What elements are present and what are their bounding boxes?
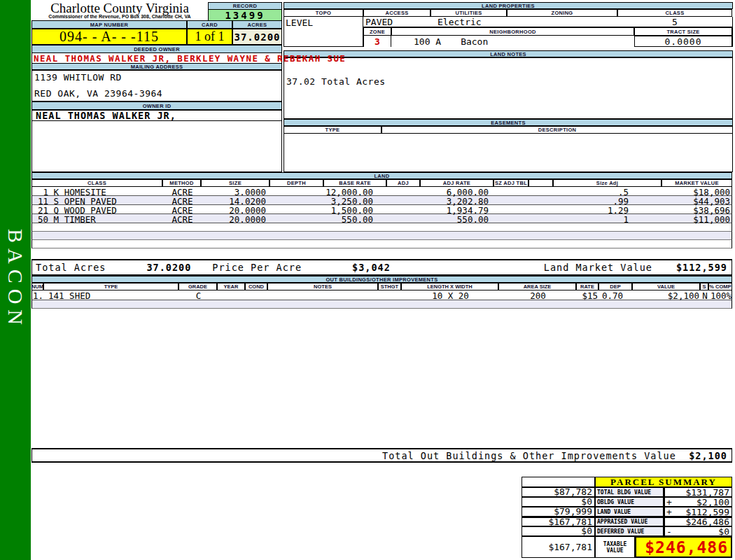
commissioner-line: Commissioner of the Revenue, PO Box 308,… — [31, 14, 208, 19]
outb-col-dep: DEP — [598, 283, 632, 290]
out-buildings-section: OUT BUILDINGS/OTHER IMPROVEMENTS NUM TYP… — [31, 276, 732, 309]
parcel-summary-row: $167,781 APPRAISED VALUE $246,486 — [522, 517, 732, 526]
out-buildings-total-label: Total Out Buildings & Other Improvements… — [382, 450, 676, 461]
land-col-size-adj: Size Adj — [553, 179, 662, 187]
summary-value: $0 — [673, 526, 732, 537]
map-number-block: MAP NUMBER CARD ACRES 094- - A- - -115 1… — [31, 20, 282, 45]
land-col-adj: ADJ — [386, 179, 420, 187]
outb-col-notes: NOTES — [267, 283, 378, 290]
price-per-acre-label: Price Per Acre — [212, 262, 302, 273]
zone-value: 3 — [363, 36, 391, 47]
land-totals-row: Total Acres 37.0200 Price Per Acre $3,04… — [31, 259, 732, 276]
topo-label: TOPO — [284, 9, 363, 17]
taxable-value-label: TAXABLE VALUE — [595, 536, 635, 558]
summary-operator: + — [665, 497, 673, 507]
acres-label: ACRES — [232, 20, 282, 29]
land-table-row: 1 K HOMESITE ACRE 3.0000 12,000.00 6,000… — [31, 187, 732, 196]
prior-value: $79,999 — [522, 507, 595, 517]
outb-col-s: S — [700, 283, 708, 290]
parcel-summary-row: $0 OBLDG VALUE + $2,100 — [522, 497, 732, 507]
owner-id-label: OWNER ID — [31, 102, 282, 110]
parcel-summary-title: PARCEL SUMMARY — [595, 477, 732, 487]
record-label: RECORD — [209, 3, 281, 10]
summary-label: LAND VALUE — [595, 507, 664, 517]
deeded-owner-value: NEAL THOMAS WALKER JR, BERKLEY WAYNE & R… — [31, 53, 282, 63]
parcel-summary-row: $79,999 LAND VALUE + $112,599 — [522, 507, 732, 517]
address-line2: RED OAK, VA 23964-3964 — [34, 88, 280, 99]
outb-col-rate: RATE — [576, 283, 598, 290]
land-table-empty-row — [31, 240, 732, 248]
outb-col-sthgt: STHGT — [378, 283, 401, 290]
out-buildings-empty-row — [31, 300, 732, 309]
outb-col-num: NUM — [31, 283, 43, 290]
summary-value: $112,599 — [673, 507, 732, 517]
summary-label: DEFERRED VALUE — [595, 526, 664, 536]
land-table-row: 11 S OPEN PAVED ACRE 14.0200 3,250.00 3,… — [31, 196, 732, 205]
land-col-adj-rate: ADJ RATE — [420, 179, 493, 187]
out-buildings-title: OUT BUILDINGS/OTHER IMPROVEMENTS — [31, 276, 732, 283]
land-notes-title: LAND NOTES — [284, 50, 733, 57]
mailing-address: 1139 WHITLOW RD RED OAK, VA 23964-3964 — [31, 70, 282, 102]
summary-operator: - — [665, 526, 673, 537]
taxable-value-row: $167,781 TAXABLE VALUE $246,486 — [522, 536, 732, 558]
outb-col-grade: GRADE — [178, 283, 217, 290]
zone-label: ZONE — [363, 27, 391, 36]
taxable-prior-value: $167,781 — [522, 536, 595, 558]
neighborhood-code: 100 A — [414, 36, 441, 47]
summary-value: $131,787 — [673, 487, 732, 498]
land-col-market-value: MARKET VALUE — [662, 179, 732, 187]
address-line1: 1139 WHITLOW RD — [34, 72, 280, 83]
total-acres-label: Total Acres — [36, 262, 106, 273]
parcel-summary-row: $0 DEFERRED VALUE - $0 — [522, 526, 732, 536]
owner-id-value: NEAL THOMAS WALKER JR, — [31, 110, 282, 121]
land-table-row: 50 M TIMBER ACRE 20.0000 550.00 550.00 1… — [31, 214, 732, 223]
land-col-sz-adj-tbl: SZ ADJ TBL — [493, 179, 528, 187]
county-title: Charlotte County Virginia — [31, 2, 208, 14]
acres-value: 37.0200 — [232, 29, 282, 45]
land-notes-value: 37.02 Total Acres — [284, 57, 733, 119]
land-col-method: METHOD — [162, 179, 201, 187]
card-value: 1 of 1 — [187, 29, 232, 45]
zoning-label: ZONING — [507, 9, 617, 17]
record-value: 13499 — [209, 10, 281, 21]
topo-value: LEVEL — [284, 17, 363, 47]
land-properties-title: LAND PROPERTIES — [284, 2, 733, 9]
parcel-summary: PARCEL SUMMARY $87,782 TOTAL BLDG VALUE … — [522, 477, 732, 558]
land-col-base-rate: BASE RATE — [323, 179, 386, 187]
easement-description-label: DESCRIPTION — [382, 126, 733, 134]
access-value: PAVED — [363, 17, 430, 27]
mailing-address-label: MAILING ADDRESS — [31, 63, 282, 70]
summary-label: TOTAL BLDG VALUE — [595, 487, 664, 497]
out-buildings-total-row: Total Out Buildings & Other Improvements… — [31, 448, 732, 463]
prior-value: $167,781 — [522, 517, 595, 526]
easements-title: EASEMENTS — [284, 119, 733, 126]
prior-value: $0 — [522, 526, 595, 536]
out-buildings-row: 1. 141 SHED C 10 X 20 200 $15 0.70 $2,10… — [31, 290, 732, 300]
land-table-row: 21 Q WOOD PAVED ACRE 20.0000 1,500.00 1,… — [31, 205, 732, 214]
land-col-blank — [528, 179, 553, 187]
taxable-value: $246,486 — [635, 536, 732, 558]
land-table-header: CLASS METHOD SIZE DEPTH BASE RATE ADJ AD… — [31, 179, 732, 187]
prior-value: $0 — [522, 497, 595, 507]
out-buildings-total-value: $2,100 — [676, 450, 732, 461]
deeded-owner-label: DEEDED OWNER — [31, 45, 282, 53]
summary-label: OBLDG VALUE — [595, 497, 664, 507]
class-label: CLASS — [617, 9, 732, 17]
outb-col-cond: COND — [245, 283, 267, 290]
land-market-value: $112,599 — [676, 262, 727, 273]
tract-size-label: TRACT SIZE — [634, 27, 732, 36]
district-label: BACON — [4, 229, 27, 330]
utilities-value: Electric — [430, 17, 507, 27]
card-label: CARD — [187, 20, 232, 29]
total-acres-value: 37.0200 — [146, 262, 191, 273]
land-col-class: CLASS — [31, 179, 162, 187]
outb-col-type: TYPE — [43, 283, 178, 290]
prior-value: $87,782 — [522, 487, 595, 497]
land-col-size: SIZE — [201, 179, 270, 187]
price-per-acre-value: $3,042 — [352, 262, 391, 273]
record-box: RECORD 13499 — [208, 2, 282, 20]
outb-col-value: VALUE — [632, 283, 700, 290]
utilities-label: UTILITIES — [430, 9, 507, 17]
owner-panel: Charlotte County Virginia Commissioner o… — [31, 2, 282, 172]
land-table-empty-row — [31, 232, 732, 240]
